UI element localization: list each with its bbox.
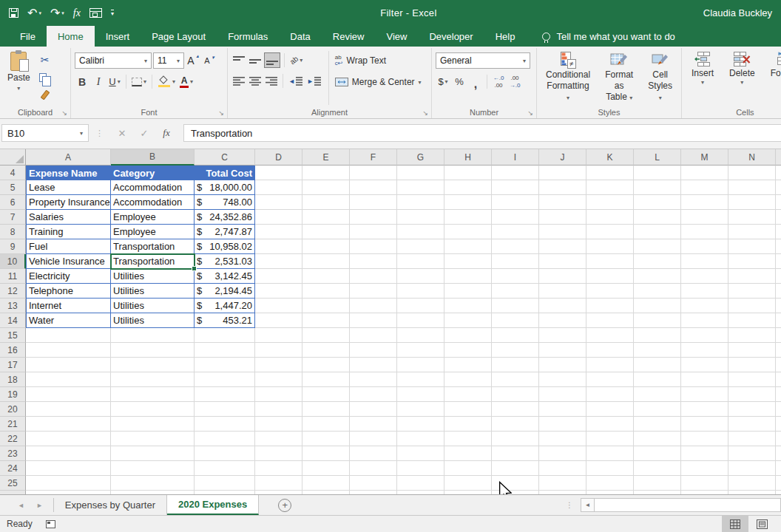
alignment-dialog-launcher-icon[interactable]: ↘ xyxy=(422,110,428,117)
cell-G12[interactable] xyxy=(397,284,444,299)
cell-I6[interactable] xyxy=(492,195,539,210)
cell-N20[interactable] xyxy=(728,402,776,417)
cell-K20[interactable] xyxy=(586,402,634,417)
cell-A25[interactable] xyxy=(26,476,111,491)
cell-B14[interactable]: Utilities xyxy=(111,313,195,328)
cell-J19[interactable] xyxy=(539,387,586,402)
cell-I9[interactable] xyxy=(492,239,539,254)
cell-C22[interactable] xyxy=(195,432,255,446)
cell-N7[interactable] xyxy=(728,210,776,225)
column-header-A[interactable]: A xyxy=(26,149,111,166)
tab-home[interactable]: Home xyxy=(47,26,95,47)
redo-button[interactable]: ↷▾ xyxy=(50,7,64,19)
cell-J8[interactable] xyxy=(539,225,586,239)
cell-E13[interactable] xyxy=(302,299,350,313)
cell-I18[interactable] xyxy=(492,372,539,387)
cell-H21[interactable] xyxy=(444,417,492,432)
cell-N16[interactable] xyxy=(728,343,776,358)
cell-B21[interactable] xyxy=(111,417,195,432)
cell-A7[interactable]: Salaries xyxy=(26,210,111,225)
cell-A8[interactable]: Training xyxy=(26,225,111,239)
cell-F12[interactable] xyxy=(350,284,397,299)
cell-N11[interactable] xyxy=(728,269,776,284)
cell-L15[interactable] xyxy=(634,328,681,343)
cell-B20[interactable] xyxy=(111,402,195,417)
cell-J18[interactable] xyxy=(539,372,586,387)
cell-G8[interactable] xyxy=(397,225,444,239)
cell-G15[interactable] xyxy=(397,328,444,343)
cell-I21[interactable] xyxy=(492,417,539,432)
cell-G13[interactable] xyxy=(397,299,444,313)
cell-B24[interactable] xyxy=(111,461,195,476)
cell-J11[interactable] xyxy=(539,269,586,284)
cell-H17[interactable] xyxy=(444,358,492,372)
cell-D15[interactable] xyxy=(255,328,302,343)
cell-A13[interactable]: Internet xyxy=(26,299,111,313)
cell-A15[interactable] xyxy=(26,328,111,343)
cell-H4[interactable] xyxy=(444,166,492,180)
cell-K21[interactable] xyxy=(586,417,634,432)
cell-F8[interactable] xyxy=(350,225,397,239)
cell-B4[interactable]: Category xyxy=(111,166,195,180)
cell-L14[interactable] xyxy=(634,313,681,328)
cell-N17[interactable] xyxy=(728,358,776,372)
cell-N19[interactable] xyxy=(728,387,776,402)
cell-E21[interactable] xyxy=(302,417,350,432)
cell-G16[interactable] xyxy=(397,343,444,358)
cell-B23[interactable] xyxy=(111,446,195,461)
cell-I17[interactable] xyxy=(492,358,539,372)
cell-D16[interactable] xyxy=(255,343,302,358)
cell-N8[interactable] xyxy=(728,225,776,239)
align-center-button[interactable] xyxy=(248,73,263,89)
cell-J10[interactable] xyxy=(539,254,586,269)
column-header-H[interactable]: H xyxy=(444,149,492,166)
cell-G4[interactable] xyxy=(397,166,444,180)
cell-N26[interactable] xyxy=(728,491,776,494)
cell-F18[interactable] xyxy=(350,372,397,387)
cell-J4[interactable] xyxy=(539,166,586,180)
cell-C21[interactable] xyxy=(195,417,255,432)
cell-D14[interactable] xyxy=(255,313,302,328)
cell-C8[interactable]: $2,747.87 xyxy=(195,225,255,239)
cell-H6[interactable] xyxy=(444,195,492,210)
cell-I25[interactable] xyxy=(492,476,539,491)
column-header-F[interactable]: F xyxy=(350,149,397,166)
cell-J16[interactable] xyxy=(539,343,586,358)
cell-H12[interactable] xyxy=(444,284,492,299)
cell-D6[interactable] xyxy=(255,195,302,210)
cell-H24[interactable] xyxy=(444,461,492,476)
cell-K19[interactable] xyxy=(586,387,634,402)
column-header-I[interactable]: I xyxy=(492,149,539,166)
cell-M5[interactable] xyxy=(681,180,728,195)
cell-B22[interactable] xyxy=(111,432,195,446)
increase-font-size-button[interactable]: A▴ xyxy=(186,53,200,69)
row-header-13[interactable]: 13 xyxy=(0,299,26,313)
insert-cells-button[interactable]: Insert ▾ xyxy=(686,50,720,88)
cell-A18[interactable] xyxy=(26,372,111,387)
cell-D24[interactable] xyxy=(255,461,302,476)
cell-K4[interactable] xyxy=(586,166,634,180)
cell-C12[interactable]: $2,194.45 xyxy=(195,284,255,299)
column-header-E[interactable]: E xyxy=(302,149,350,166)
cell-L16[interactable] xyxy=(634,343,681,358)
cell-I12[interactable] xyxy=(492,284,539,299)
cell-A20[interactable] xyxy=(26,402,111,417)
cell-N6[interactable] xyxy=(728,195,776,210)
cell-A10[interactable]: Vehicle Insurance xyxy=(26,254,111,269)
cell-K22[interactable] xyxy=(586,432,634,446)
column-header-C[interactable]: C xyxy=(195,149,255,166)
cell-K25[interactable] xyxy=(586,476,634,491)
cell-C13[interactable]: $1,447.20 xyxy=(195,299,255,313)
column-header-N[interactable]: N xyxy=(728,149,776,166)
row-header-18[interactable]: 18 xyxy=(0,372,26,387)
cell-E20[interactable] xyxy=(302,402,350,417)
cell-J12[interactable] xyxy=(539,284,586,299)
cell-L21[interactable] xyxy=(634,417,681,432)
cell-N5[interactable] xyxy=(728,180,776,195)
align-top-button[interactable] xyxy=(231,52,246,68)
orientation-button[interactable]: ab▾ xyxy=(288,52,304,68)
cell-I4[interactable] xyxy=(492,166,539,180)
cell-N10[interactable] xyxy=(728,254,776,269)
cell-I7[interactable] xyxy=(492,210,539,225)
sheet-nav-left-icon[interactable]: ◄ xyxy=(18,502,24,509)
